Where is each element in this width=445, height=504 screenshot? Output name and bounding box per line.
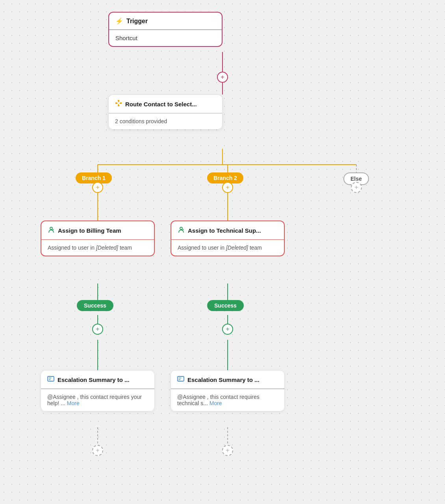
escalation-header-2: Escalation Summary to ... <box>171 371 284 389</box>
success-badge-1: Success <box>77 300 113 311</box>
route-body: 2 conditions provided <box>109 113 222 129</box>
assign-header-2: Assign to Technical Sup... <box>171 221 284 240</box>
add-button-bottom2[interactable]: + <box>222 445 233 456</box>
else-label: Else <box>350 176 362 182</box>
assign-body-2: Assigned to user in [Deleted] team <box>171 240 284 256</box>
add-button-branch1[interactable]: + <box>92 182 103 193</box>
success-badge-2: Success <box>207 300 244 311</box>
trigger-title: Trigger <box>126 18 148 25</box>
more-link-2[interactable]: More <box>210 400 222 406</box>
escalation-node-1[interactable]: Escalation Summary to ... @Assignee , th… <box>41 370 155 411</box>
svg-rect-18 <box>118 100 119 102</box>
assign-title-1: Assign to Billing Team <box>58 227 121 234</box>
svg-rect-27 <box>48 376 54 381</box>
add-button-1[interactable]: + <box>217 72 228 83</box>
workflow-canvas: ⚡ Trigger Shortcut + Route Con <box>0 0 445 504</box>
add-button-success2[interactable]: + <box>222 324 233 335</box>
svg-rect-30 <box>178 376 184 381</box>
branch-2-label: Branch 2 <box>213 175 237 181</box>
assign-body-1: Assigned to user in [Deleted] team <box>41 240 154 256</box>
svg-point-25 <box>50 227 52 230</box>
success-label-1: Success <box>84 302 106 309</box>
route-node[interactable]: Route Contact to Select... 2 conditions … <box>108 94 222 130</box>
trigger-node[interactable]: ⚡ Trigger Shortcut <box>108 12 222 47</box>
escalation-title-1: Escalation Summary to ... <box>57 376 130 383</box>
success-label-2: Success <box>214 302 237 309</box>
assign-icon-1 <box>48 226 55 235</box>
route-title: Route Contact to Select... <box>125 101 197 107</box>
more-link-1[interactable]: More <box>67 400 80 406</box>
escalation-body-1: @Assignee , this contact requires your h… <box>41 389 154 411</box>
add-button-bottom1[interactable]: + <box>92 445 103 456</box>
svg-rect-20 <box>120 102 122 104</box>
add-button-branch2[interactable]: + <box>222 182 233 193</box>
escalation-body-2: @Assignee , this contact requires techni… <box>171 389 284 411</box>
escalation-header-1: Escalation Summary to ... <box>41 371 154 389</box>
svg-point-26 <box>180 227 182 230</box>
trigger-icon: ⚡ <box>115 17 123 25</box>
escalation-title-2: Escalation Summary to ... <box>187 376 260 383</box>
branch-1-label: Branch 1 <box>82 175 106 181</box>
svg-rect-17 <box>115 102 117 104</box>
assign-icon-2 <box>178 226 185 235</box>
assign-title-2: Assign to Technical Sup... <box>188 227 261 234</box>
add-button-else[interactable]: + <box>351 182 362 193</box>
route-icon <box>115 100 122 108</box>
branch-1-badge[interactable]: Branch 1 <box>76 172 112 183</box>
assign-node-2[interactable]: Assign to Technical Sup... Assigned to u… <box>171 220 285 256</box>
trigger-body: Shortcut <box>109 30 222 46</box>
escalation-icon-2 <box>177 375 184 384</box>
escalation-icon-1 <box>47 375 54 384</box>
assign-header-1: Assign to Billing Team <box>41 221 154 240</box>
route-header: Route Contact to Select... <box>109 95 222 113</box>
add-button-success1[interactable]: + <box>92 324 103 335</box>
trigger-header: ⚡ Trigger <box>109 13 222 30</box>
escalation-node-2[interactable]: Escalation Summary to ... @Assignee , th… <box>171 370 285 411</box>
branch-2-badge[interactable]: Branch 2 <box>207 172 243 183</box>
assign-node-1[interactable]: Assign to Billing Team Assigned to user … <box>41 220 155 256</box>
svg-rect-19 <box>118 105 119 106</box>
